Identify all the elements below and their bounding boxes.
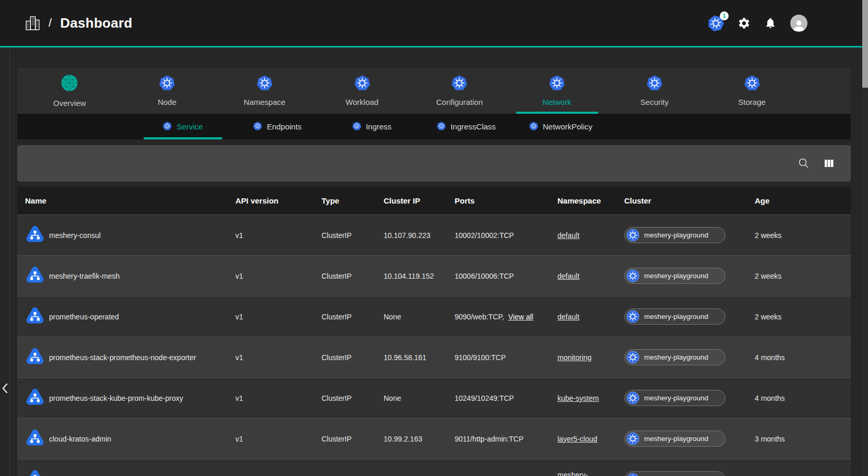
kubernetes-icon (163, 122, 172, 132)
cluster-chip[interactable]: meshery-playground (624, 431, 726, 447)
table-row[interactable]: prometheus-stack-prometheus-node-exporte… (17, 337, 851, 377)
table-row[interactable]: cloud-kratos-admin v1 ClusterIP 10.99.2.… (17, 418, 851, 459)
search-button[interactable] (798, 157, 810, 170)
tab-namespace[interactable]: Namespace (216, 68, 314, 114)
kubernetes-icon (253, 122, 262, 132)
kubernetes-icon (744, 75, 760, 93)
tab-node[interactable]: Node (118, 68, 216, 114)
service-topology-icon (25, 224, 45, 246)
service-name: prometheus-stack-kube-prom-kube-proxy (49, 394, 183, 402)
namespace-link[interactable]: monitoring (557, 353, 591, 362)
kubernetes-icon (437, 122, 446, 132)
service-name: prometheus-stack-prometheus-node-exporte… (49, 353, 196, 362)
namespace-link[interactable]: layer5-cloud (557, 435, 597, 443)
subtab-service[interactable]: Service (136, 114, 230, 139)
subtab-endpoints[interactable]: Endpoints (230, 114, 325, 139)
kubernetes-icon (647, 75, 662, 93)
tab-security[interactable]: Security (606, 68, 704, 114)
table-row[interactable]: prometheus-operated v1 ClusterIP None 90… (17, 296, 851, 337)
subtab-networkpolicy[interactable]: NetworkPolicy (514, 114, 608, 139)
namespace-link[interactable]: default (557, 272, 579, 280)
notifications-button[interactable] (764, 17, 777, 29)
kubernetes-context-button[interactable]: 1 (708, 15, 724, 31)
cluster-chip[interactable]: meshery-playground (624, 349, 726, 365)
subtab-ingressclass[interactable]: IngressClass (419, 114, 514, 139)
tab-configuration[interactable]: Configuration (411, 68, 508, 114)
service-topology-icon (25, 469, 45, 476)
page-title: Dashboard (60, 15, 133, 31)
table-toolbar (17, 145, 851, 182)
resource-tabs: Overview Node Namespace Workload Configu… (17, 68, 851, 114)
view-columns-button[interactable] (823, 157, 835, 170)
breadcrumb: / Dashboard (24, 15, 133, 32)
cluster-chip[interactable]: meshery-playground (624, 308, 726, 325)
view-all-ports-link[interactable]: View all (508, 313, 533, 321)
kubernetes-icon (257, 75, 272, 93)
col-header-ports: Ports (455, 196, 557, 205)
service-topology-icon (25, 387, 45, 409)
kubernetes-icon (529, 122, 538, 132)
col-header-api-version: API version (235, 196, 322, 205)
col-header-cluster-ip: Cluster IP (384, 196, 455, 205)
table-row[interactable]: meshery-consul v1 ClusterIP 10.107.90.22… (17, 215, 851, 255)
namespace-link[interactable]: default (557, 313, 579, 321)
cluster-chip[interactable]: meshery-playground (624, 227, 726, 243)
service-topology-icon (25, 347, 45, 368)
table-header-row: Name API version Type Cluster IP Ports N… (17, 187, 851, 215)
cluster-chip[interactable]: meshery-playground (624, 390, 726, 406)
table-row[interactable]: meshery-traefik-mesh v1 ClusterIP 10.104… (17, 255, 851, 296)
app-header: / Dashboard 1 (0, 0, 868, 46)
tab-network[interactable]: Network (508, 68, 606, 114)
network-subtabs: Service Endpoints Ingress IngressClass N… (17, 114, 851, 139)
service-topology-icon (25, 306, 45, 327)
scrollbar-thumb[interactable] (862, 0, 868, 88)
namespace-link[interactable]: default (557, 231, 579, 240)
tab-storage[interactable]: Storage (703, 68, 801, 114)
breadcrumb-separator: / (49, 16, 52, 30)
col-header-name: Name (25, 196, 235, 205)
user-avatar[interactable] (790, 15, 807, 32)
drawer-divider (9, 47, 10, 476)
namespace-link[interactable]: meshery- (557, 471, 604, 476)
table-row[interactable]: prometheus-stack-kube-prom-kube-proxy v1… (17, 377, 851, 418)
meshery-sphere-icon (61, 74, 78, 94)
chevron-left-icon (2, 383, 8, 395)
service-topology-icon (25, 265, 45, 287)
col-header-cluster: Cluster (624, 196, 755, 205)
service-topology-icon (25, 428, 45, 449)
settings-button[interactable] (738, 17, 751, 30)
kubernetes-icon (549, 75, 565, 93)
col-header-namespace: Namespace (557, 196, 624, 205)
context-count-badge: 1 (720, 11, 729, 20)
kubernetes-icon (159, 75, 175, 93)
cluster-chip[interactable]: meshery-playground (624, 268, 726, 284)
services-table: Name API version Type Cluster IP Ports N… (17, 187, 851, 476)
service-name: prometheus-operated (49, 313, 119, 321)
col-header-type: Type (322, 196, 384, 205)
service-name: cloud-kratos-admin (49, 435, 111, 443)
header-accent-divider (0, 46, 868, 47)
subtab-ingress[interactable]: Ingress (325, 114, 419, 139)
tab-overview[interactable]: Overview (21, 68, 118, 114)
building-icon[interactable] (24, 15, 41, 32)
col-header-age: Age (755, 196, 851, 205)
service-name: meshery-consul (49, 231, 101, 240)
kubernetes-icon (451, 75, 467, 93)
cluster-chip[interactable]: meshery-playground (624, 471, 726, 476)
kubernetes-icon (354, 75, 370, 93)
drawer-collapse-button[interactable] (0, 381, 9, 397)
service-name: meshery-traefik-mesh (49, 272, 120, 280)
table-row[interactable]: meshery- meshery-playground (17, 459, 851, 476)
kubernetes-icon (352, 122, 361, 132)
page-scrollbar (862, 0, 868, 476)
namespace-link[interactable]: kube-system (557, 394, 599, 402)
tab-workload[interactable]: Workload (313, 68, 411, 114)
